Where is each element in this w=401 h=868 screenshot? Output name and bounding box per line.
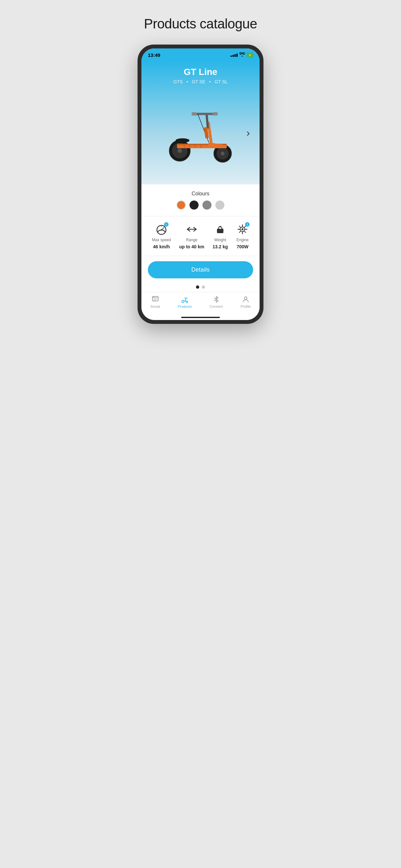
nav-item-social[interactable]: Social (150, 296, 160, 308)
dot-sep-2: • (209, 79, 212, 84)
svg-line-49 (183, 301, 187, 301)
page-dot-1 (196, 285, 199, 289)
details-section: Details (142, 256, 259, 282)
scooter-image (162, 97, 239, 168)
variant-gts: GTS (174, 79, 183, 84)
svg-line-40 (239, 231, 241, 233)
variant-gtse: GT SE (192, 79, 205, 84)
colours-section: Colours (142, 184, 259, 216)
info-badge-engine: i (245, 222, 250, 227)
spec-value-weight: 13.2 kg (212, 244, 227, 249)
scooter-container: › (148, 91, 253, 175)
colours-label: Colours (148, 191, 253, 197)
spec-value-engine: 700W (237, 244, 249, 249)
colour-swatch-black[interactable] (189, 200, 198, 210)
spec-icon-wrap-weight (214, 223, 227, 236)
colour-swatches (148, 200, 253, 210)
page-wrapper: Products catalogue 13:49 (100, 0, 301, 434)
phone-shell: 13:49 ⚡ (137, 44, 264, 324)
spec-icon-wrap-engine: i (236, 223, 249, 236)
home-indicator (142, 315, 259, 320)
spec-max-speed: i Max speed 46 km/h (152, 223, 171, 249)
bottom-nav: Social Products (142, 292, 259, 315)
variant-gtsl: GT SL (215, 79, 227, 84)
status-time: 13:49 (148, 52, 160, 58)
svg-rect-10 (195, 144, 196, 148)
bluetooth-icon (212, 296, 220, 303)
spec-value-speed: 46 km/h (153, 244, 170, 249)
signal-icon (230, 54, 238, 57)
spec-label-weight: Weight (214, 238, 226, 242)
spec-value-range: up to 40 km (179, 244, 204, 249)
profile-icon (242, 296, 250, 303)
nav-label-profile: Profile (241, 305, 251, 308)
next-arrow[interactable]: › (246, 127, 250, 139)
home-bar (181, 317, 220, 318)
status-bar: 13:49 ⚡ (142, 49, 259, 60)
svg-line-39 (244, 226, 246, 228)
svg-rect-9 (189, 144, 190, 148)
range-icon (186, 223, 197, 235)
spec-icon-wrap-range (185, 223, 198, 236)
svg-point-23 (161, 229, 162, 230)
product-variants: GTS • GT SE • GT SL (148, 79, 253, 84)
svg-rect-13 (205, 113, 209, 129)
wifi-icon (239, 52, 245, 58)
spec-label-engine: Engine (237, 238, 249, 242)
nav-item-connect[interactable]: Connect (210, 296, 223, 308)
colour-swatch-gray[interactable] (203, 200, 212, 210)
page-dot-2 (202, 285, 205, 289)
products-icon (181, 296, 189, 303)
status-icons: ⚡ (230, 52, 253, 58)
page-title: Products catalogue (144, 16, 257, 32)
svg-line-50 (185, 298, 186, 301)
svg-rect-15 (192, 113, 197, 116)
svg-point-5 (221, 151, 225, 155)
svg-rect-11 (201, 144, 202, 148)
specs-section: i Max speed 46 km/h Range up (142, 216, 259, 256)
pagination-section (142, 282, 259, 292)
svg-rect-42 (152, 297, 158, 301)
hero-section: GT Line GTS • GT SE • GT SL (142, 60, 259, 184)
nav-item-profile[interactable]: Profile (241, 296, 251, 308)
spec-label-speed: Max speed (152, 238, 171, 242)
svg-line-37 (239, 226, 241, 228)
svg-point-18 (176, 138, 189, 143)
colour-swatch-orange[interactable] (177, 200, 186, 210)
nav-label-connect: Connect (210, 305, 223, 308)
svg-rect-31 (219, 226, 221, 227)
nav-label-products: Products (178, 305, 192, 308)
details-button[interactable]: Details (148, 261, 253, 278)
weight-icon (214, 223, 226, 235)
svg-line-38 (244, 231, 246, 233)
spec-engine: i Engine 700W (236, 223, 249, 249)
product-title: GT Line (148, 67, 253, 77)
spec-range: Range up to 40 km (179, 223, 204, 249)
colour-swatch-light[interactable] (215, 200, 224, 210)
svg-point-41 (242, 228, 243, 230)
spec-label-range: Range (186, 238, 197, 242)
phone-screen: 13:49 ⚡ (142, 49, 259, 320)
nav-label-social: Social (150, 305, 160, 308)
svg-rect-8 (184, 144, 185, 148)
svg-rect-16 (213, 113, 218, 116)
svg-point-2 (178, 149, 182, 153)
social-icon (151, 296, 159, 303)
info-badge-speed: i (164, 222, 168, 227)
dot-sep-1: • (187, 79, 189, 84)
spec-weight: Weight 13.2 kg (212, 223, 227, 249)
spec-icon-wrap-speed: i (155, 223, 168, 236)
nav-item-products[interactable]: Products (178, 296, 192, 308)
battery-icon: ⚡ (247, 53, 253, 58)
svg-point-52 (244, 297, 247, 299)
